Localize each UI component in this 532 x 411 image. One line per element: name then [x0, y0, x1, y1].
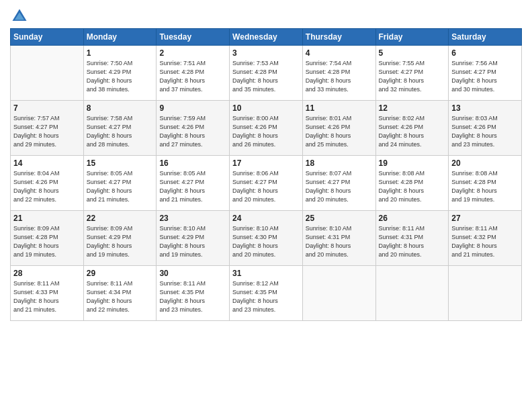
day-info: Sunrise: 7:58 AMSunset: 4:27 PMDaylight:…	[87, 114, 154, 149]
day-number: 24	[232, 214, 300, 223]
day-number: 6	[451, 48, 519, 58]
day-info: Sunrise: 8:03 AMSunset: 4:26 PMDaylight:…	[451, 114, 519, 149]
day-number: 4	[306, 48, 373, 58]
calendar-cell: 30Sunrise: 8:11 AMSunset: 4:35 PMDayligh…	[157, 266, 230, 321]
day-number: 16	[159, 158, 226, 168]
day-number: 13	[451, 103, 519, 113]
calendar-cell: 5Sunrise: 7:55 AMSunset: 4:27 PMDaylight…	[375, 46, 449, 101]
logo	[10, 7, 32, 26]
day-info: Sunrise: 8:05 AMSunset: 4:27 PMDaylight:…	[87, 169, 154, 204]
calendar-cell: 15Sunrise: 8:05 AMSunset: 4:27 PMDayligh…	[83, 156, 157, 211]
calendar-cell: 23Sunrise: 8:10 AMSunset: 4:29 PMDayligh…	[157, 211, 230, 266]
header	[10, 7, 522, 26]
day-number: 5	[379, 48, 446, 58]
day-number: 26	[379, 214, 446, 223]
calendar-cell: 26Sunrise: 8:11 AMSunset: 4:31 PMDayligh…	[375, 211, 449, 266]
day-number: 8	[87, 103, 154, 113]
calendar-cell: 31Sunrise: 8:12 AMSunset: 4:35 PMDayligh…	[230, 266, 303, 321]
day-number: 21	[13, 214, 81, 223]
day-info: Sunrise: 8:12 AMSunset: 4:35 PMDaylight:…	[232, 279, 300, 314]
day-header-sunday: Sunday	[11, 29, 84, 46]
calendar-cell: 22Sunrise: 8:09 AMSunset: 4:29 PMDayligh…	[83, 211, 157, 266]
calendar-cell: 24Sunrise: 8:10 AMSunset: 4:30 PMDayligh…	[230, 211, 303, 266]
calendar-cell: 20Sunrise: 8:08 AMSunset: 4:28 PMDayligh…	[449, 156, 522, 211]
calendar-header-row: SundayMondayTuesdayWednesdayThursdayFrid…	[11, 29, 522, 46]
calendar-cell: 6Sunrise: 7:56 AMSunset: 4:27 PMDaylight…	[449, 46, 522, 101]
day-number: 22	[87, 214, 154, 223]
calendar-cell: 29Sunrise: 8:11 AMSunset: 4:34 PMDayligh…	[83, 266, 157, 321]
calendar-cell	[302, 266, 375, 321]
day-number: 11	[306, 103, 373, 113]
day-number: 12	[379, 103, 446, 113]
calendar-week-row: 21Sunrise: 8:09 AMSunset: 4:28 PMDayligh…	[11, 211, 522, 266]
day-header-thursday: Thursday	[302, 29, 375, 46]
day-number: 23	[159, 214, 226, 223]
day-number: 2	[159, 48, 226, 58]
day-info: Sunrise: 7:57 AMSunset: 4:27 PMDaylight:…	[13, 114, 81, 149]
day-number: 1	[87, 48, 154, 58]
day-info: Sunrise: 8:06 AMSunset: 4:27 PMDaylight:…	[232, 169, 300, 204]
calendar-cell: 12Sunrise: 8:02 AMSunset: 4:26 PMDayligh…	[375, 101, 449, 156]
day-info: Sunrise: 8:10 AMSunset: 4:31 PMDaylight:…	[306, 224, 373, 259]
day-info: Sunrise: 8:02 AMSunset: 4:26 PMDaylight:…	[379, 114, 446, 149]
day-number: 19	[379, 158, 446, 168]
day-number: 25	[306, 214, 373, 223]
calendar-cell: 19Sunrise: 8:08 AMSunset: 4:28 PMDayligh…	[375, 156, 449, 211]
calendar-cell: 4Sunrise: 7:54 AMSunset: 4:28 PMDaylight…	[302, 46, 375, 101]
logo-icon	[10, 7, 29, 26]
day-info: Sunrise: 8:11 AMSunset: 4:32 PMDaylight:…	[451, 224, 519, 259]
day-info: Sunrise: 8:11 AMSunset: 4:31 PMDaylight:…	[379, 224, 446, 259]
day-number: 17	[232, 158, 300, 168]
calendar-cell: 28Sunrise: 8:11 AMSunset: 4:33 PMDayligh…	[11, 266, 84, 321]
day-header-wednesday: Wednesday	[230, 29, 303, 46]
day-info: Sunrise: 7:56 AMSunset: 4:27 PMDaylight:…	[451, 59, 519, 94]
day-header-friday: Friday	[375, 29, 449, 46]
day-info: Sunrise: 8:10 AMSunset: 4:29 PMDaylight:…	[159, 224, 226, 259]
day-header-saturday: Saturday	[449, 29, 522, 46]
calendar-cell: 11Sunrise: 8:01 AMSunset: 4:26 PMDayligh…	[302, 101, 375, 156]
day-number: 28	[13, 269, 81, 278]
day-info: Sunrise: 8:11 AMSunset: 4:34 PMDaylight:…	[87, 279, 154, 314]
day-info: Sunrise: 8:04 AMSunset: 4:26 PMDaylight:…	[13, 169, 81, 204]
calendar-cell: 27Sunrise: 8:11 AMSunset: 4:32 PMDayligh…	[449, 211, 522, 266]
calendar-cell: 25Sunrise: 8:10 AMSunset: 4:31 PMDayligh…	[302, 211, 375, 266]
day-number: 31	[232, 269, 300, 278]
day-info: Sunrise: 8:08 AMSunset: 4:28 PMDaylight:…	[379, 169, 446, 204]
day-number: 10	[232, 103, 300, 113]
calendar-cell: 7Sunrise: 7:57 AMSunset: 4:27 PMDaylight…	[11, 101, 84, 156]
day-number: 18	[306, 158, 373, 168]
calendar-cell: 16Sunrise: 8:05 AMSunset: 4:27 PMDayligh…	[157, 156, 230, 211]
day-info: Sunrise: 8:11 AMSunset: 4:35 PMDaylight:…	[159, 279, 226, 314]
calendar-week-row: 14Sunrise: 8:04 AMSunset: 4:26 PMDayligh…	[11, 156, 522, 211]
day-info: Sunrise: 7:55 AMSunset: 4:27 PMDaylight:…	[379, 59, 446, 94]
calendar-cell: 18Sunrise: 8:07 AMSunset: 4:27 PMDayligh…	[302, 156, 375, 211]
day-info: Sunrise: 8:09 AMSunset: 4:29 PMDaylight:…	[87, 224, 154, 259]
day-header-monday: Monday	[83, 29, 157, 46]
day-number: 20	[451, 158, 519, 168]
day-info: Sunrise: 7:59 AMSunset: 4:26 PMDaylight:…	[159, 114, 226, 149]
calendar-cell: 1Sunrise: 7:50 AMSunset: 4:29 PMDaylight…	[83, 46, 157, 101]
day-info: Sunrise: 7:50 AMSunset: 4:29 PMDaylight:…	[87, 59, 154, 94]
day-number: 27	[451, 214, 519, 223]
calendar-cell: 14Sunrise: 8:04 AMSunset: 4:26 PMDayligh…	[11, 156, 84, 211]
calendar-cell: 3Sunrise: 7:53 AMSunset: 4:28 PMDaylight…	[230, 46, 303, 101]
calendar-cell	[375, 266, 449, 321]
day-info: Sunrise: 8:11 AMSunset: 4:33 PMDaylight:…	[13, 279, 81, 314]
calendar-week-row: 7Sunrise: 7:57 AMSunset: 4:27 PMDaylight…	[11, 101, 522, 156]
calendar-cell: 9Sunrise: 7:59 AMSunset: 4:26 PMDaylight…	[157, 101, 230, 156]
calendar-cell	[449, 266, 522, 321]
day-number: 29	[87, 269, 154, 278]
day-info: Sunrise: 7:51 AMSunset: 4:28 PMDaylight:…	[159, 59, 226, 94]
day-info: Sunrise: 8:07 AMSunset: 4:27 PMDaylight:…	[306, 169, 373, 204]
calendar-cell: 13Sunrise: 8:03 AMSunset: 4:26 PMDayligh…	[449, 101, 522, 156]
day-number: 14	[13, 158, 81, 168]
day-number: 7	[13, 103, 81, 113]
calendar-cell: 8Sunrise: 7:58 AMSunset: 4:27 PMDaylight…	[83, 101, 157, 156]
day-number: 9	[159, 103, 226, 113]
day-number: 3	[232, 48, 300, 58]
page-container: SundayMondayTuesdayWednesdayThursdayFrid…	[0, 0, 532, 411]
day-info: Sunrise: 8:08 AMSunset: 4:28 PMDaylight:…	[451, 169, 519, 204]
calendar-cell: 10Sunrise: 8:00 AMSunset: 4:26 PMDayligh…	[230, 101, 303, 156]
day-info: Sunrise: 8:10 AMSunset: 4:30 PMDaylight:…	[232, 224, 300, 259]
calendar-table: SundayMondayTuesdayWednesdayThursdayFrid…	[10, 28, 522, 321]
